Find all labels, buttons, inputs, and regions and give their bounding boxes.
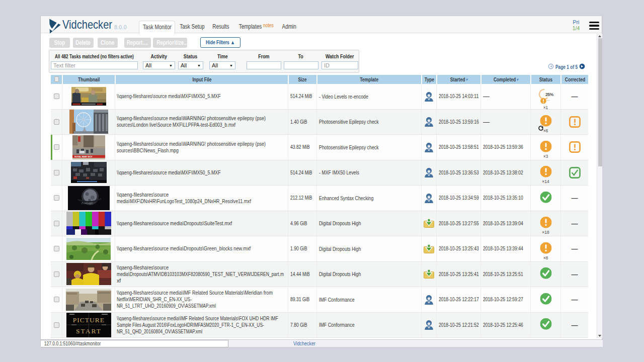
svg-text:FunLogo: FunLogo: [81, 202, 93, 205]
svg-text:25%: 25%: [545, 92, 554, 97]
svg-text:ROYAL BABY BOY: ROYAL BABY BOY: [74, 155, 93, 158]
svg-text:START: START: [76, 327, 102, 335]
svg-text:PICTURE: PICTURE: [72, 316, 104, 324]
